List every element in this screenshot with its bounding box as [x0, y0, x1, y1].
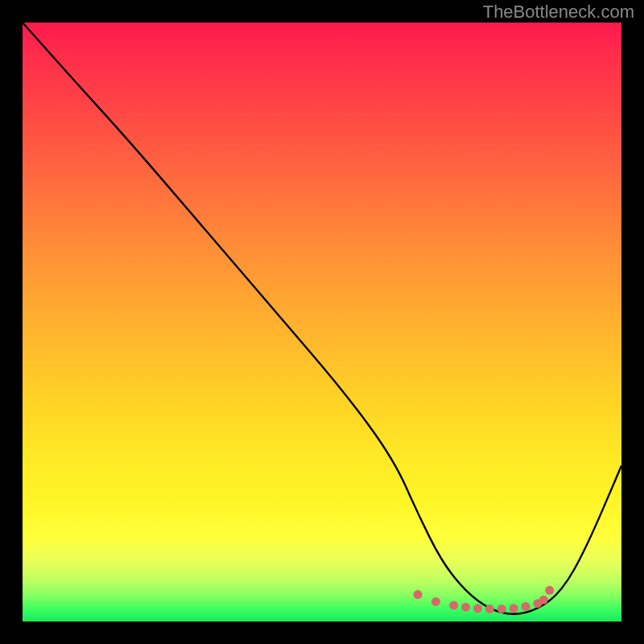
marker-dot — [497, 605, 506, 613]
marker-dot — [539, 596, 548, 605]
marker-dot — [545, 586, 554, 595]
marker-dot — [521, 602, 530, 611]
marker-dot — [510, 604, 518, 613]
plot-area — [23, 23, 621, 621]
marker-dot — [473, 604, 482, 613]
chart-frame: TheBottleneck.com — [0, 0, 644, 644]
marker-dot — [449, 601, 458, 609]
watermark-text: TheBottleneck.com — [483, 2, 634, 23]
chart-svg — [23, 23, 621, 621]
bottleneck-curve-path — [23, 23, 621, 614]
marker-dot — [431, 597, 440, 606]
marker-dot — [485, 605, 494, 613]
marker-dot — [414, 590, 423, 599]
marker-dot — [461, 603, 470, 612]
